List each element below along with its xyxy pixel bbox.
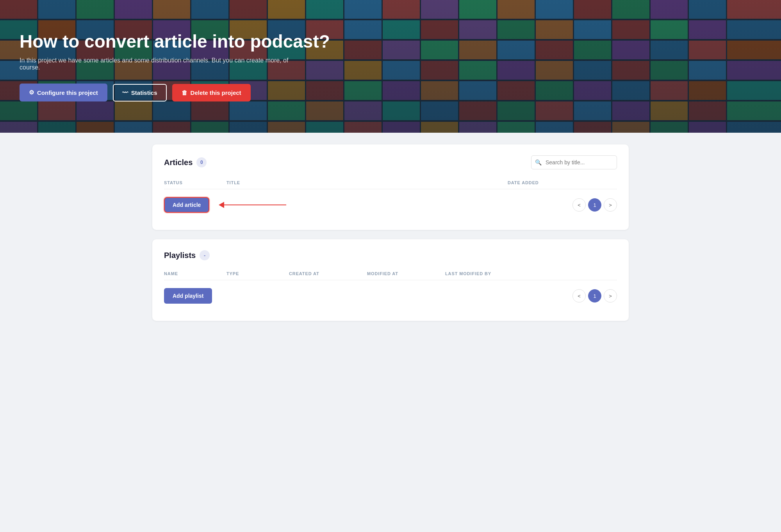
articles-next-page[interactable]: > <box>604 198 617 212</box>
arrow-line <box>224 205 286 206</box>
playlists-row: Add playlist < 1 > <box>164 282 617 310</box>
add-article-button[interactable]: Add article <box>164 197 209 213</box>
col-date-added: DATE ADDED <box>508 180 586 185</box>
add-article-area: Add article <box>164 191 286 219</box>
articles-current-page[interactable]: 1 <box>588 198 601 212</box>
playlists-card: Playlists - NAME TYPE CREATED AT MODIFIE… <box>152 239 629 321</box>
hero-actions: ⚙ Configure this project 〰 Statistics 🗑 … <box>20 84 761 101</box>
articles-title-area: Articles 0 <box>164 157 207 167</box>
playlists-prev-page[interactable]: < <box>572 289 586 302</box>
arrow-annotation <box>219 202 286 208</box>
hero-title: How to convert article into podcast? <box>20 31 761 52</box>
articles-title: Articles <box>164 158 193 167</box>
playlists-current-page[interactable]: 1 <box>588 289 601 302</box>
playlists-title-area: Playlists - <box>164 250 210 260</box>
arrow-head <box>219 202 224 208</box>
articles-search-input[interactable] <box>531 155 617 169</box>
playlists-count-badge: - <box>200 250 210 260</box>
playlists-title: Playlists <box>164 251 196 260</box>
playlists-next-page[interactable]: > <box>604 289 617 302</box>
articles-table-header: STATUS TITLE DATE ADDED <box>164 176 617 189</box>
col-status: STATUS <box>164 180 226 185</box>
articles-card: Articles 0 🔍 STATUS TITLE DATE ADDED Add… <box>152 144 629 230</box>
add-playlist-button[interactable]: Add playlist <box>164 288 212 304</box>
statistics-icon: 〰 <box>122 89 128 96</box>
articles-prev-page[interactable]: < <box>572 198 586 212</box>
configure-icon: ⚙ <box>29 89 34 96</box>
delete-project-button[interactable]: 🗑 Delete this project <box>172 84 251 101</box>
col-type: TYPE <box>226 271 289 276</box>
col-modified-at: MODIFIED AT <box>367 271 445 276</box>
playlists-card-header: Playlists - <box>164 250 617 260</box>
delete-icon: 🗑 <box>182 89 187 96</box>
search-icon: 🔍 <box>535 159 542 165</box>
configure-project-button[interactable]: ⚙ Configure this project <box>20 84 107 101</box>
statistics-button[interactable]: 〰 Statistics <box>113 84 167 101</box>
articles-pagination: < 1 > <box>572 198 617 212</box>
articles-row: Add article < 1 > <box>164 191 617 219</box>
playlists-table-header: NAME TYPE CREATED AT MODIFIED AT LAST MO… <box>164 267 617 280</box>
col-actions <box>586 180 617 185</box>
articles-card-header: Articles 0 🔍 <box>164 155 617 169</box>
articles-count-badge: 0 <box>196 157 207 167</box>
col-title: TITLE <box>226 180 508 185</box>
playlists-pagination: < 1 > <box>572 289 617 302</box>
hero-section: How to convert article into podcast? In … <box>0 0 781 133</box>
hero-content: How to convert article into podcast? In … <box>20 31 761 102</box>
col-created-at: CREATED AT <box>289 271 367 276</box>
main-content: Articles 0 🔍 STATUS TITLE DATE ADDED Add… <box>133 133 648 342</box>
hero-subtitle: In this project we have some articles an… <box>20 57 293 71</box>
articles-search-wrap: 🔍 <box>531 155 617 169</box>
col-last-modified-by: LAST MODIFIED BY <box>445 271 617 276</box>
col-name: NAME <box>164 271 226 276</box>
